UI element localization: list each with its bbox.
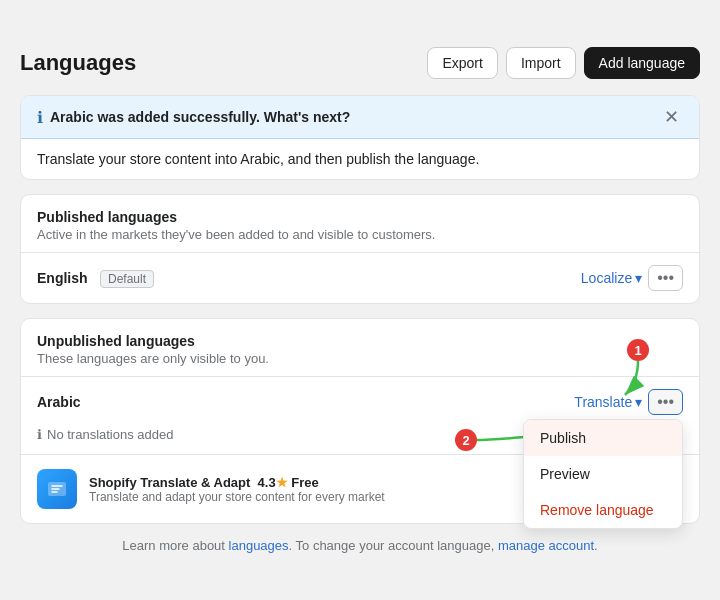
english-default-badge: Default bbox=[100, 270, 154, 288]
localize-button[interactable]: Localize ▾ bbox=[581, 270, 642, 286]
page-title: Languages bbox=[20, 50, 136, 76]
export-button[interactable]: Export bbox=[427, 47, 497, 79]
translate-button[interactable]: Translate ▾ bbox=[574, 394, 642, 410]
arabic-more-container: ••• Publish Preview Remove language bbox=[648, 389, 683, 415]
published-languages-card: Published languages Active in the market… bbox=[20, 194, 700, 304]
arabic-more-button[interactable]: ••• bbox=[648, 389, 683, 415]
published-card-subtitle: Active in the markets they've been added… bbox=[37, 227, 683, 242]
app-icon bbox=[37, 469, 77, 509]
localize-chevron-icon: ▾ bbox=[635, 270, 642, 286]
alert-top: ℹ Arabic was added successfully. What's … bbox=[21, 96, 699, 139]
star-icon: ★ bbox=[276, 475, 288, 490]
info-icon: ℹ bbox=[37, 108, 43, 127]
app-description: Translate and adapt your store content f… bbox=[89, 490, 385, 504]
unpublished-card-title: Unpublished languages bbox=[37, 333, 683, 349]
unpublished-card-header: Unpublished languages These languages ar… bbox=[21, 319, 699, 376]
header-actions: Export Import Add language bbox=[427, 47, 700, 79]
import-button[interactable]: Import bbox=[506, 47, 576, 79]
footer-text: Learn more about languages. To change yo… bbox=[20, 538, 700, 553]
alert-card: ℹ Arabic was added successfully. What's … bbox=[20, 95, 700, 180]
arabic-lang-name-container: Arabic bbox=[37, 393, 81, 411]
app-info: Shopify Translate & Adapt 4.3★ Free Tran… bbox=[89, 475, 385, 504]
arabic-lang-name: Arabic bbox=[37, 394, 81, 410]
published-card-title: Published languages bbox=[37, 209, 683, 225]
languages-link[interactable]: languages bbox=[229, 538, 289, 553]
arabic-lang-actions: Translate ▾ ••• Publish Preview Remove l… bbox=[574, 389, 683, 415]
english-lang-name: English bbox=[37, 270, 88, 286]
remove-language-dropdown-item[interactable]: Remove language bbox=[524, 492, 682, 528]
note-info-icon: ℹ bbox=[37, 427, 42, 442]
alert-body: Translate your store content into Arabic… bbox=[21, 139, 699, 179]
app-name: Shopify Translate & Adapt 4.3★ Free bbox=[89, 475, 385, 490]
english-more-button[interactable]: ••• bbox=[648, 265, 683, 291]
alert-close-button[interactable]: ✕ bbox=[660, 108, 683, 126]
publish-dropdown-item[interactable]: Publish bbox=[524, 420, 682, 456]
alert-top-content: ℹ Arabic was added successfully. What's … bbox=[37, 107, 350, 127]
arabic-dropdown-menu: Publish Preview Remove language bbox=[523, 419, 683, 529]
add-language-button[interactable]: Add language bbox=[584, 47, 700, 79]
note-text: No translations added bbox=[47, 427, 173, 442]
localize-label: Localize bbox=[581, 270, 632, 286]
translate-label: Translate bbox=[574, 394, 632, 410]
unpublished-languages-card: Unpublished languages These languages ar… bbox=[20, 318, 700, 524]
published-card-header: Published languages Active in the market… bbox=[21, 195, 699, 252]
translate-chevron-icon: ▾ bbox=[635, 394, 642, 410]
manage-account-link[interactable]: manage account bbox=[498, 538, 594, 553]
english-language-row: English Default Localize ▾ ••• bbox=[21, 253, 699, 303]
english-lang-actions: Localize ▾ ••• bbox=[581, 265, 683, 291]
alert-title: Arabic was added successfully. What's ne… bbox=[50, 109, 350, 125]
page-header: Languages Export Import Add language bbox=[20, 47, 700, 79]
arabic-language-row: Arabic Translate ▾ ••• Publish Prev bbox=[21, 377, 699, 427]
unpublished-card-subtitle: These languages are only visible to you. bbox=[37, 351, 683, 366]
english-lang-name-container: English Default bbox=[37, 269, 154, 288]
preview-dropdown-item[interactable]: Preview bbox=[524, 456, 682, 492]
